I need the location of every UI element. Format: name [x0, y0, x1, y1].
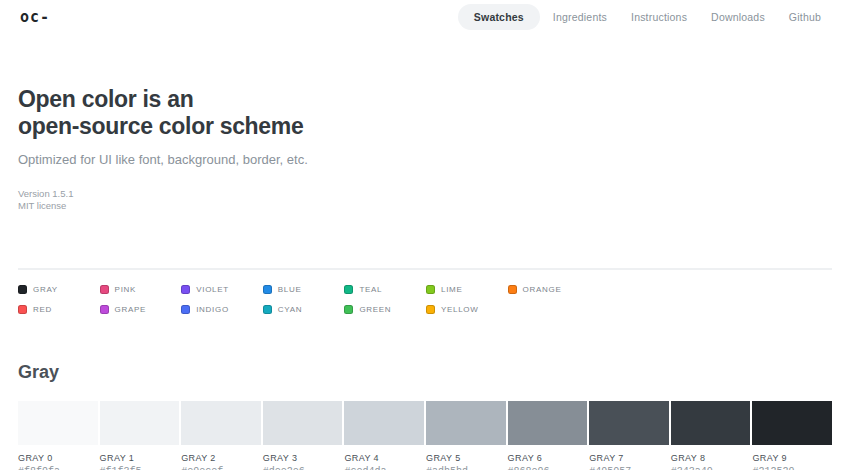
orange-color-dot — [508, 285, 517, 294]
legend-item-green[interactable]: GREEN — [344, 303, 424, 315]
legend-label-grape: GRAPE — [115, 305, 147, 314]
swatch-hex: #f1f3f5 — [100, 466, 180, 470]
legend-item-grape[interactable]: GRAPE — [100, 303, 180, 315]
nav-ingredients[interactable]: Ingredients — [542, 4, 618, 30]
nav-github[interactable]: Github — [778, 4, 832, 30]
swatch-color-block[interactable] — [508, 401, 588, 445]
legend-row-2: RED GRAPE INDIGO CYAN GREEN YELLOW — [18, 303, 832, 315]
main-content: Open color is an open-source color schem… — [0, 86, 850, 470]
swatch-gray-5[interactable]: GRAY 5 #adb5bd — [426, 401, 506, 470]
teal-color-dot — [344, 285, 353, 294]
nav-downloads[interactable]: Downloads — [700, 4, 776, 30]
swatch-gray-9[interactable]: GRAY 9 #212529 — [752, 401, 832, 470]
swatch-color-block[interactable] — [589, 401, 669, 445]
swatch-name: GRAY 6 — [508, 453, 588, 463]
logo[interactable]: oc- — [20, 8, 50, 26]
swatch-hex: #212529 — [752, 466, 832, 470]
header: oc- Swatches Ingredients Instructions Do… — [0, 0, 850, 30]
swatch-name: GRAY 3 — [263, 453, 343, 463]
swatch-hex: #e9ecef — [181, 466, 261, 470]
legend-item-violet[interactable]: VIOLET — [181, 283, 261, 295]
legend-label-teal: TEAL — [359, 285, 382, 294]
swatch-gray-3[interactable]: GRAY 3 #dee2e6 — [263, 401, 343, 470]
swatch-color-block[interactable] — [426, 401, 506, 445]
legend-item-lime[interactable]: LIME — [426, 283, 506, 295]
legend-label-green: GREEN — [359, 305, 391, 314]
swatch-color-block[interactable] — [100, 401, 180, 445]
nav-instructions[interactable]: Instructions — [620, 4, 698, 30]
legend-item-orange[interactable]: ORANGE — [508, 283, 588, 295]
swatch-hex: #f8f9fa — [18, 466, 98, 470]
lime-color-dot — [426, 285, 435, 294]
cyan-color-dot — [263, 305, 272, 314]
green-color-dot — [344, 305, 353, 314]
grape-color-dot — [100, 305, 109, 314]
swatch-color-block[interactable] — [752, 401, 832, 445]
swatch-name: GRAY 7 — [589, 453, 669, 463]
swatch-hex: #343a40 — [671, 466, 751, 470]
legend-item-cyan[interactable]: CYAN — [263, 303, 343, 315]
page-title: Open color is an open-source color schem… — [18, 86, 832, 140]
legend-label-orange: ORANGE — [523, 285, 562, 294]
swatch-name: GRAY 0 — [18, 453, 98, 463]
gray-swatch-grid: GRAY 0 #f8f9fa GRAY 1 #f1f3f5 GRAY 2 #e9… — [18, 401, 832, 470]
swatch-gray-8[interactable]: GRAY 8 #343a40 — [671, 401, 751, 470]
swatch-gray-2[interactable]: GRAY 2 #e9ecef — [181, 401, 261, 470]
swatch-name: GRAY 5 — [426, 453, 506, 463]
swatch-color-block[interactable] — [263, 401, 343, 445]
swatch-color-block[interactable] — [181, 401, 261, 445]
swatch-hex: #495057 — [589, 466, 669, 470]
legend-item-yellow[interactable]: YELLOW — [426, 303, 506, 315]
legend-label-violet: VIOLET — [196, 285, 229, 294]
swatch-hex: #adb5bd — [426, 466, 506, 470]
legend-label-blue: BLUE — [278, 285, 302, 294]
swatch-color-block[interactable] — [344, 401, 424, 445]
swatch-name: GRAY 1 — [100, 453, 180, 463]
legend-label-red: RED — [33, 305, 52, 314]
meta-info: Version 1.5.1 MIT license — [18, 189, 832, 211]
swatch-name: GRAY 4 — [344, 453, 424, 463]
swatch-gray-0[interactable]: GRAY 0 #f8f9fa — [18, 401, 98, 470]
divider — [18, 268, 832, 270]
swatch-gray-1[interactable]: GRAY 1 #f1f3f5 — [100, 401, 180, 470]
legend-item-blue[interactable]: BLUE — [263, 283, 343, 295]
swatch-color-block[interactable] — [18, 401, 98, 445]
nav-swatches[interactable]: Swatches — [458, 4, 540, 30]
legend-label-gray: GRAY — [33, 285, 58, 294]
section-title-gray: Gray — [18, 362, 832, 383]
legend-label-indigo: INDIGO — [196, 305, 229, 314]
page-title-line1: Open color is an — [18, 86, 193, 112]
pink-color-dot — [100, 285, 109, 294]
indigo-color-dot — [181, 305, 190, 314]
legend-item-red[interactable]: RED — [18, 303, 98, 315]
blue-color-dot — [263, 285, 272, 294]
version-text: Version 1.5.1 — [18, 189, 832, 199]
page-title-line2: open-source color scheme — [18, 113, 304, 139]
legend-item-gray[interactable]: GRAY — [18, 283, 98, 295]
swatch-color-block[interactable] — [671, 401, 751, 445]
swatch-gray-7[interactable]: GRAY 7 #495057 — [589, 401, 669, 470]
legend-label-lime: LIME — [441, 285, 462, 294]
legend-item-indigo[interactable]: INDIGO — [181, 303, 261, 315]
violet-color-dot — [181, 285, 190, 294]
legend-item-teal[interactable]: TEAL — [344, 283, 424, 295]
swatch-hex: #dee2e6 — [263, 466, 343, 470]
license-text: MIT license — [18, 201, 832, 211]
swatch-name: GRAY 2 — [181, 453, 261, 463]
gray-color-dot — [18, 285, 27, 294]
swatch-hex: #ced4da — [344, 466, 424, 470]
swatch-gray-4[interactable]: GRAY 4 #ced4da — [344, 401, 424, 470]
red-color-dot — [18, 305, 27, 314]
main-nav: Swatches Ingredients Instructions Downlo… — [458, 4, 832, 30]
legend-label-yellow: YELLOW — [441, 305, 479, 314]
swatch-name: GRAY 8 — [671, 453, 751, 463]
legend-row-1: GRAY PINK VIOLET BLUE TEAL LIME — [18, 283, 832, 295]
yellow-color-dot — [426, 305, 435, 314]
swatch-gray-6[interactable]: GRAY 6 #868e96 — [508, 401, 588, 470]
color-legend: GRAY PINK VIOLET BLUE TEAL LIME — [18, 283, 832, 315]
legend-label-cyan: CYAN — [278, 305, 302, 314]
page-subtitle: Optimized for UI like font, background, … — [18, 152, 832, 167]
legend-item-pink[interactable]: PINK — [100, 283, 180, 295]
swatch-hex: #868e96 — [508, 466, 588, 470]
legend-label-pink: PINK — [115, 285, 136, 294]
